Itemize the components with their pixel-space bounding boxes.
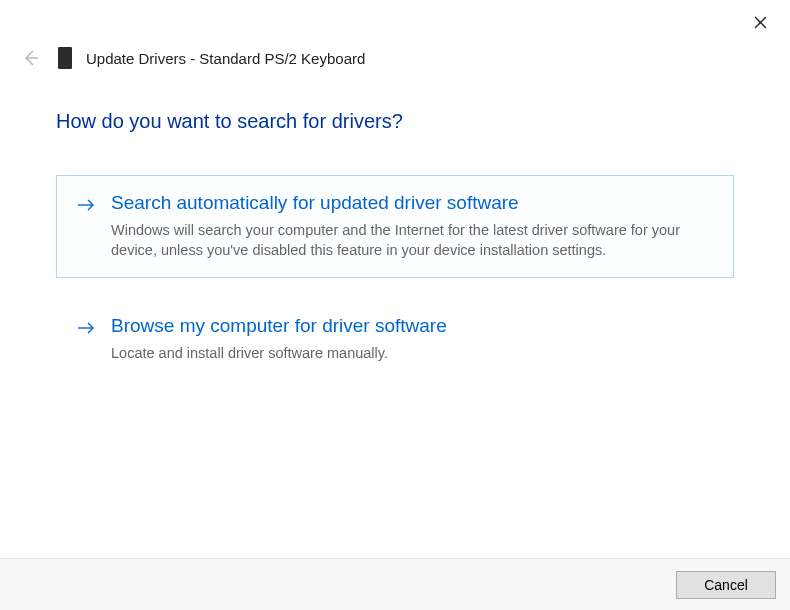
window-title: Update Drivers - Standard PS/2 Keyboard [86,50,365,67]
back-arrow-icon [20,48,40,68]
option-description: Locate and install driver software manua… [111,343,713,363]
button-bar: Cancel [0,558,790,610]
cancel-button[interactable]: Cancel [676,571,776,599]
option-search-automatically[interactable]: Search automatically for updated driver … [56,175,734,278]
arrow-right-icon [77,319,95,363]
arrow-right-icon [77,196,95,261]
content-area: How do you want to search for drivers? S… [0,72,790,380]
close-button[interactable] [740,7,780,37]
keyboard-device-icon [58,47,72,69]
header-row: Update Drivers - Standard PS/2 Keyboard [0,44,790,72]
close-icon [754,16,767,29]
option-title: Search automatically for updated driver … [111,192,713,214]
page-heading: How do you want to search for drivers? [56,110,734,133]
option-body: Search automatically for updated driver … [111,192,713,261]
option-description: Windows will search your computer and th… [111,220,713,261]
option-title: Browse my computer for driver software [111,315,713,337]
back-button [20,48,40,68]
titlebar [0,0,790,44]
option-body: Browse my computer for driver software L… [111,315,713,363]
option-browse-computer[interactable]: Browse my computer for driver software L… [56,298,734,380]
